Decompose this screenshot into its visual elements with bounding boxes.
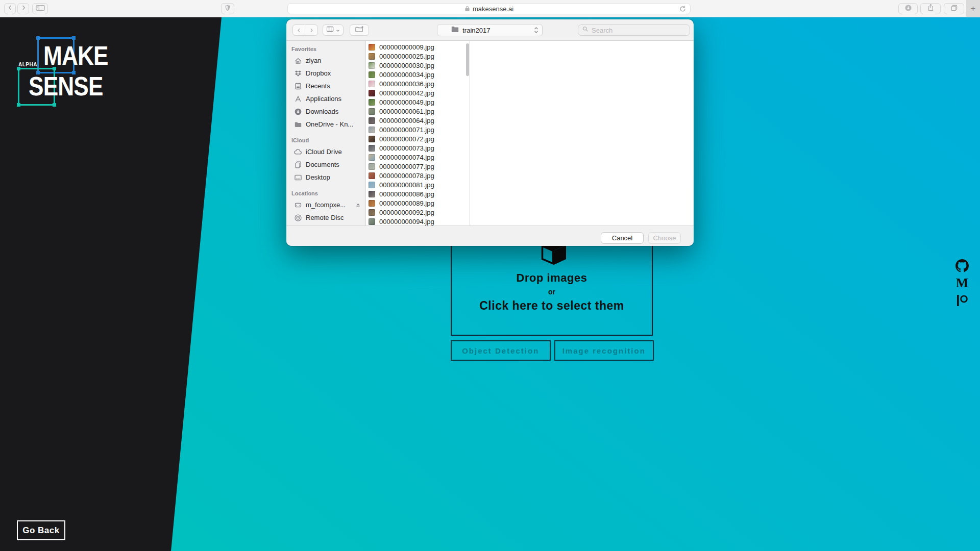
dialog-search-field[interactable] — [578, 24, 690, 36]
dialog-body: FavoritesziyanDropboxRecentsApplications… — [286, 41, 694, 226]
sidebar-item-recents[interactable]: Recents — [286, 80, 365, 92]
sidebar-section-label: iCloud — [291, 137, 365, 143]
new-folder-button[interactable] — [350, 24, 369, 36]
file-thumbnail — [369, 191, 375, 197]
sidebar-item-label: Remote Disc — [306, 214, 344, 221]
url-text: makesense.ai — [473, 5, 513, 13]
file-name: 000000000086.jpg — [379, 190, 434, 198]
view-mode-button[interactable] — [323, 24, 344, 36]
new-tab-button[interactable]: + — [966, 0, 980, 17]
file-thumbnail — [369, 209, 375, 216]
file-name: 000000000089.jpg — [379, 199, 434, 207]
file-name: 000000000071.jpg — [379, 126, 434, 134]
sidebar-item-label: m_fcompxe... — [306, 201, 346, 209]
medium-icon[interactable]: M — [955, 277, 969, 290]
file-thumbnail — [369, 154, 375, 161]
sidebar-item-downloads[interactable]: Downloads — [286, 105, 365, 118]
browser-chrome: makesense.ai + — [0, 0, 980, 17]
file-row[interactable]: 000000000092.jpg — [366, 208, 470, 217]
share-button[interactable] — [920, 3, 941, 14]
privacy-shield-button[interactable] — [221, 3, 234, 14]
file-row[interactable]: 000000000074.jpg — [366, 153, 470, 162]
updown-chevrons-icon — [533, 26, 539, 34]
file-row[interactable]: 000000000009.jpg — [366, 42, 470, 52]
patreon-icon[interactable] — [955, 294, 969, 307]
sidebar-item-m-fcompxe[interactable]: m_fcompxe... — [286, 198, 365, 211]
file-row[interactable]: 000000000034.jpg — [366, 70, 470, 79]
file-row[interactable]: 000000000094.jpg — [366, 217, 470, 226]
cancel-button[interactable]: Cancel — [601, 232, 644, 244]
file-name: 000000000036.jpg — [379, 80, 434, 88]
tabs-icon — [950, 4, 958, 14]
file-row[interactable]: 000000000073.jpg — [366, 143, 470, 153]
dialog-forward-button[interactable] — [305, 25, 317, 35]
github-icon[interactable] — [955, 259, 969, 272]
sidebar-item-desktop[interactable]: Desktop — [286, 171, 365, 184]
file-row[interactable]: 000000000061.jpg — [366, 107, 470, 116]
file-row[interactable]: 000000000089.jpg — [366, 198, 470, 208]
file-row[interactable]: 000000000072.jpg — [366, 134, 470, 143]
sidebar-item-icloud-drive[interactable]: iCloud Drive — [286, 145, 365, 158]
sidebar-item-documents[interactable]: Documents — [286, 158, 365, 171]
dialog-back-button[interactable] — [293, 25, 305, 35]
current-folder-dropdown[interactable]: train2017 — [437, 24, 543, 36]
file-name: 000000000049.jpg — [379, 98, 434, 106]
chevron-right-icon — [20, 4, 27, 13]
file-open-dialog: train2017 FavoritesziyanDropboxRecentsAp… — [286, 19, 694, 246]
columns-view-icon — [326, 26, 335, 35]
file-name: 000000000061.jpg — [379, 108, 434, 115]
refresh-icon[interactable] — [679, 5, 687, 14]
file-row[interactable]: 000000000081.jpg — [366, 180, 470, 189]
sidebar-item-dropbox[interactable]: Dropbox — [286, 67, 365, 80]
image-recognition-button[interactable]: Image recognition — [554, 340, 654, 361]
file-row[interactable]: 000000000086.jpg — [366, 189, 470, 198]
file-name: 000000000042.jpg — [379, 89, 434, 97]
sidebar-item-label: iCloud Drive — [306, 148, 342, 156]
file-name: 000000000074.jpg — [379, 154, 434, 161]
file-thumbnail — [369, 136, 375, 142]
sidebar-item-onedrive-kn[interactable]: OneDrive - Kn... — [286, 118, 365, 131]
dialog-nav-segment — [292, 24, 318, 36]
downloads-button[interactable] — [898, 3, 918, 14]
tab-overview-button[interactable] — [944, 3, 964, 14]
dropbox-icon — [293, 69, 302, 78]
file-row[interactable]: 000000000049.jpg — [366, 97, 470, 107]
sidebar-item-ziyan[interactable]: ziyan — [286, 54, 365, 67]
dropzone-select-link[interactable]: Click here to select them — [452, 299, 652, 313]
address-bar[interactable]: makesense.ai — [287, 3, 691, 14]
eject-icon[interactable] — [355, 202, 361, 208]
go-back-button[interactable]: Go Back — [17, 520, 65, 540]
sidebar-toggle-button[interactable] — [32, 3, 48, 14]
shield-icon — [224, 4, 231, 14]
file-name: 000000000094.jpg — [379, 218, 434, 226]
file-name: 000000000081.jpg — [379, 181, 434, 189]
current-folder-label: train2017 — [462, 27, 490, 34]
browser-back-button[interactable] — [4, 3, 16, 14]
file-row[interactable]: 000000000030.jpg — [366, 61, 470, 70]
file-row[interactable]: 000000000071.jpg — [366, 125, 470, 134]
file-row[interactable]: 000000000036.jpg — [366, 79, 470, 88]
sidebar-item-applications[interactable]: Applications — [286, 92, 365, 105]
object-detection-button[interactable]: Object Detection — [451, 340, 551, 361]
scrollbar[interactable] — [466, 43, 469, 76]
file-row[interactable]: 000000000077.jpg — [366, 162, 470, 171]
disk-icon — [293, 201, 302, 209]
file-name: 000000000072.jpg — [379, 135, 434, 143]
choose-button[interactable]: Choose — [648, 232, 681, 244]
file-name: 000000000030.jpg — [379, 62, 434, 69]
icloud-icon — [293, 147, 302, 156]
dropzone-title: Drop images — [452, 271, 652, 285]
search-input[interactable] — [592, 27, 686, 34]
browser-forward-button[interactable] — [17, 3, 29, 14]
desktop-icon — [293, 173, 302, 182]
file-thumbnail — [369, 163, 375, 170]
file-row[interactable]: 000000000025.jpg — [366, 52, 470, 61]
file-row[interactable]: 000000000042.jpg — [366, 88, 470, 97]
file-row[interactable]: 000000000064.jpg — [366, 116, 470, 125]
file-name: 000000000077.jpg — [379, 163, 434, 170]
file-row[interactable]: 000000000078.jpg — [366, 171, 470, 180]
file-thumbnail — [369, 99, 375, 106]
sidebar-item-remote-disc[interactable]: Remote Disc — [286, 211, 365, 224]
file-thumbnail — [369, 218, 375, 225]
file-thumbnail — [369, 108, 375, 115]
